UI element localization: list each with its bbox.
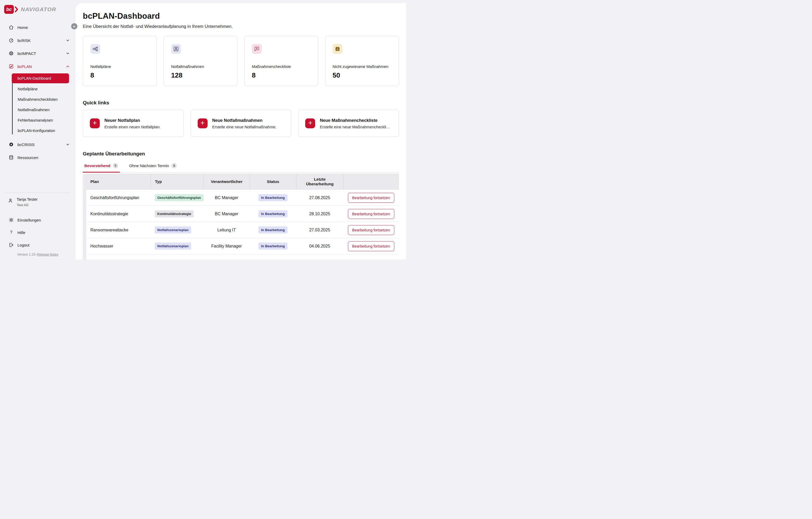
message-x-icon <box>252 44 262 54</box>
revisions-table: Plan Typ Verantwortlicher Status Letzte … <box>83 174 399 260</box>
chevron-down-icon <box>66 51 70 56</box>
gear-icon <box>8 217 14 222</box>
quick-link-text: Neuer Notfallplan Erstelle einen neuen N… <box>105 118 161 129</box>
sidebar-item-label: bcCRISIS <box>18 142 62 147</box>
typ-badge: Notfallszenarioplan <box>155 226 191 234</box>
continue-editing-button[interactable]: Bearbeitung fortsetzen <box>348 209 394 219</box>
column-header-actions <box>343 174 399 190</box>
action-cell: Bearbeitung fortsetzen <box>343 193 399 203</box>
sidebar-item-bccrisis[interactable]: bcCRISIS <box>0 138 76 151</box>
sidebar: bc NAVIGATOR Home bcRISK bcIMPACT <box>0 0 76 260</box>
status-badge: In Bearbeitung <box>258 210 287 217</box>
user-info: Tanja Tester Test AG <box>17 197 38 207</box>
stat-card-nicht-zugewiesene: Nicht zugewiesene Maßnahmen 50 <box>325 36 399 86</box>
sidebar-item-massnahmenchecklisten[interactable]: Maßnahmenchecklisten <box>12 94 76 104</box>
tab-ohne-naechsten-termin[interactable]: Ohne Nächsten Termin 8 <box>127 161 178 173</box>
sidebar-collapse-button[interactable]: « <box>70 23 78 30</box>
continue-editing-button[interactable]: Bearbeitung fortsetzen <box>348 193 394 203</box>
sidebar-item-bcrisk[interactable]: bcRISK <box>0 34 76 47</box>
calendar-x-icon <box>332 44 343 54</box>
quick-link-subtitle: Erstelle einen neuen Notfallplan. <box>105 125 161 129</box>
status-cell: In Bearbeitung <box>250 194 296 201</box>
stat-value: 8 <box>252 71 311 80</box>
last-revision-date: 28.10.2025 <box>296 212 343 216</box>
sidebar-bottom: Tanja Tester Test AG Einstellungen ? Hil… <box>0 193 76 260</box>
main-content: bcPLAN-Dashboard Eine Übersicht der Notf… <box>76 3 406 260</box>
stat-label: Notfallmaßnahmen <box>171 64 230 69</box>
sidebar-item-home[interactable]: Home <box>0 21 76 34</box>
quick-link-title: Neue Maßnahmencheckliste <box>320 118 392 123</box>
column-header-verantwortlicher: Verantwortlicher <box>203 174 250 190</box>
quick-link-subtitle: Erstelle eine neue Notfallmaßnahme. <box>212 125 277 129</box>
tab-bevorstehend[interactable]: Bevorstehend 5 <box>83 161 120 173</box>
continue-editing-button[interactable]: Bearbeitung fortsetzen <box>348 241 394 251</box>
typ-badge: Geschäftsfortführungsplan <box>155 194 204 201</box>
stat-label: Maßnahmencheckliste <box>252 64 311 69</box>
sidebar-item-label: bcIMPACT <box>18 51 62 56</box>
typ-cell: Notfallszenarioplan <box>150 226 203 234</box>
tab-label: Ohne Nächsten Termin <box>129 163 169 168</box>
action-cell: Bearbeitung fortsetzen <box>343 225 399 235</box>
status-cell: In Bearbeitung <box>250 210 296 217</box>
sidebar-item-fehlerbaumanalysen[interactable]: Fehlerbaumanalysen <box>12 115 76 125</box>
tab-count-badge: 5 <box>113 163 118 169</box>
quick-link-neuer-notfallplan[interactable]: + Neuer Notfallplan Erstelle einen neuen… <box>83 110 183 137</box>
quick-link-title: Neuer Notfallplan <box>105 118 161 123</box>
stats-row: Notfallpläne 8 Notfallmaßnahmen 128 Maßn… <box>83 36 399 86</box>
page-title: bcPLAN-Dashboard <box>83 11 399 21</box>
submenu-item-label: bcPLAN-Konfiguration <box>18 129 55 133</box>
sidebar-item-einstellungen[interactable]: Einstellungen <box>0 214 76 226</box>
quick-link-neue-notfallmassnahmen[interactable]: + Neue Notfallmaßnahmen Erstelle eine ne… <box>191 110 291 137</box>
sidebar-item-bcplan-dashboard[interactable]: bcPLAN-Dashboard <box>12 73 69 83</box>
user-icon <box>8 198 13 203</box>
logout-icon <box>8 242 14 247</box>
plan-name: Ransomwareattacke <box>86 228 150 233</box>
sidebar-item-hilfe[interactable]: ? Hilfe <box>0 226 76 239</box>
version-text: Version 1.23– <box>17 253 37 256</box>
stat-card-massnahmencheckliste: Maßnahmencheckliste 8 <box>244 36 318 86</box>
quick-link-text: Neue Maßnahmencheckliste Erstelle eine n… <box>320 118 392 129</box>
last-revision-date: 04.06.2025 <box>296 244 343 249</box>
plan-name: Geschäftsfortführungsplan <box>86 195 150 200</box>
sidebar-item-notfallmassnahmen[interactable]: Notfallmaßnahmen <box>12 104 76 115</box>
plus-icon: + <box>90 118 100 128</box>
plus-icon: + <box>198 118 208 128</box>
typ-cell: Kontinuitätsstrategie <box>150 210 203 217</box>
stat-label: Nicht zugewiesene Maßnahmen <box>332 64 392 69</box>
sidebar-item-notfallplaene[interactable]: Notfallpläne <box>12 84 76 94</box>
owner: BC Manager <box>203 195 250 200</box>
quick-link-neue-massnahmencheckliste[interactable]: + Neue Maßnahmencheckliste Erstelle eine… <box>298 110 399 137</box>
sidebar-item-bcplan-konfiguration[interactable]: bcPLAN-Konfiguration <box>12 125 76 136</box>
plan-name: Kontinuitätsstrategie <box>86 212 150 216</box>
status-cell: In Bearbeitung <box>250 243 296 250</box>
plus-icon: + <box>305 118 315 128</box>
quick-link-text: Neue Notfallmaßnahmen Erstelle eine neue… <box>212 118 277 129</box>
sidebar-item-bcplan[interactable]: bcPLAN <box>0 60 76 73</box>
user-name: Tanja Tester <box>17 197 38 202</box>
help-icon: ? <box>8 230 14 235</box>
crisis-icon <box>8 142 14 147</box>
impact-icon <box>8 51 14 56</box>
submenu-item-label: Maßnahmenchecklisten <box>18 97 58 101</box>
last-revision-date: 27.03.2025 <box>296 228 343 233</box>
continue-editing-button[interactable]: Bearbeitung fortsetzen <box>348 225 394 235</box>
bcplan-submenu: bcPLAN-Dashboard Notfallpläne Maßnahmenc… <box>12 73 76 136</box>
page-subtitle: Eine Übersicht der Notfall- und Wiederan… <box>83 24 399 29</box>
sidebar-item-label: Ressourcen <box>18 155 70 160</box>
sidebar-item-label: Logout <box>18 243 70 247</box>
sidebar-nav: Home bcRISK bcIMPACT bcPLAN <box>0 21 76 164</box>
chevron-up-icon <box>66 64 70 68</box>
sidebar-item-bcimpact[interactable]: bcIMPACT <box>0 47 76 60</box>
stat-card-notfallmassnahmen: Notfallmaßnahmen 128 <box>164 36 237 86</box>
release-notes-link[interactable]: Release Notes <box>37 253 58 256</box>
owner: Facility Manager <box>203 244 250 249</box>
typ-cell: Notfallszenarioplan <box>150 243 203 250</box>
plan-tree-icon <box>90 44 100 54</box>
sidebar-item-logout[interactable]: Logout <box>0 239 76 251</box>
table-row: Geschäftsfortführungsplan Geschäftsfortf… <box>86 190 399 206</box>
stat-value: 128 <box>171 71 230 80</box>
sidebar-item-ressourcen[interactable]: Ressourcen <box>0 151 76 164</box>
status-badge: In Bearbeitung <box>258 226 287 234</box>
status-badge: In Bearbeitung <box>258 243 287 250</box>
stat-value: 8 <box>90 71 149 80</box>
